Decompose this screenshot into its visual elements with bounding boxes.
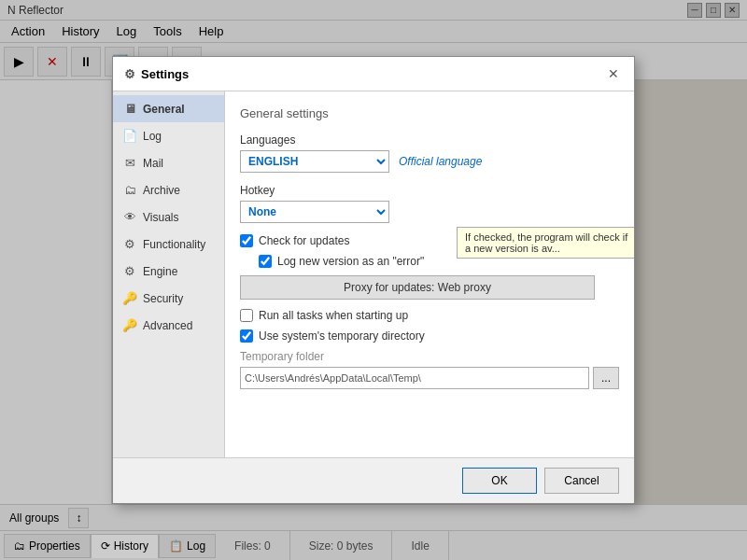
nav-item-archive[interactable]: 🗂 Archive (113, 176, 224, 203)
check-updates-checkbox[interactable] (240, 234, 253, 247)
visuals-icon: 👁 (122, 210, 137, 224)
archive-icon: 🗂 (122, 183, 137, 197)
nav-label-log: Log (143, 130, 162, 143)
log-error-checkbox[interactable] (259, 255, 272, 268)
security-icon: 🔑 (122, 291, 137, 305)
dialog-close-button[interactable]: ✕ (604, 64, 623, 83)
advanced-icon: 🔑 (122, 318, 137, 332)
log-nav-icon: 📄 (122, 129, 137, 143)
dialog-title: Settings (141, 67, 189, 81)
settings-content: General settings Languages ENGLISH Offic… (225, 91, 634, 457)
use-temp-dir-row: Use system's temporary directory (240, 329, 619, 343)
section-title: General settings (240, 106, 619, 120)
official-badge: Official language (399, 155, 482, 168)
nav-label-visuals: Visuals (143, 211, 178, 224)
hotkey-select[interactable]: None (240, 201, 389, 223)
functionality-icon: ⚙ (122, 237, 137, 251)
nav-label-security: Security (143, 292, 183, 305)
temp-folder-input[interactable] (240, 367, 589, 389)
settings-nav: 🖥 General 📄 Log ✉ Mail 🗂 Archive 👁 (113, 91, 225, 457)
languages-group: Languages ENGLISH Official language (240, 133, 619, 173)
dialog-title-bar: ⚙ Settings ✕ (113, 57, 634, 91)
tooltip-text: If checked, the program will check if a … (465, 231, 627, 254)
proxy-button[interactable]: Proxy for updates: Web proxy (240, 275, 595, 300)
log-error-label: Log new version as an "error" (277, 255, 424, 268)
nav-item-functionality[interactable]: ⚙ Functionality (113, 231, 224, 258)
settings-icon: ⚙ (124, 67, 135, 81)
folder-browse-button[interactable]: ... (593, 367, 619, 389)
nav-item-engine[interactable]: ⚙ Engine (113, 258, 224, 285)
cancel-button[interactable]: Cancel (544, 468, 619, 494)
nav-label-engine: Engine (143, 265, 177, 278)
settings-dialog: ⚙ Settings ✕ 🖥 General 📄 Log ✉ Mail (112, 56, 635, 504)
nav-item-security[interactable]: 🔑 Security (113, 285, 224, 312)
hotkey-label: Hotkey (240, 184, 619, 197)
run-tasks-label: Run all tasks when starting up (259, 309, 408, 322)
folder-row: ... (240, 367, 619, 389)
hotkey-group: Hotkey None (240, 184, 619, 223)
check-updates-label: Check for updates (259, 234, 349, 247)
nav-item-advanced[interactable]: 🔑 Advanced (113, 312, 224, 339)
mail-icon: ✉ (122, 156, 137, 170)
nav-label-archive: Archive (143, 184, 180, 197)
nav-label-mail: Mail (143, 157, 163, 170)
nav-label-advanced: Advanced (143, 319, 192, 332)
dialog-title-group: ⚙ Settings (124, 67, 189, 81)
dialog-body: 🖥 General 📄 Log ✉ Mail 🗂 Archive 👁 (113, 91, 634, 457)
run-tasks-row: Run all tasks when starting up (240, 309, 619, 322)
nav-item-visuals[interactable]: 👁 Visuals (113, 203, 224, 231)
nav-item-general[interactable]: 🖥 General (113, 95, 224, 122)
use-temp-dir-checkbox[interactable] (240, 329, 253, 343)
nav-label-functionality: Functionality (143, 238, 205, 251)
temp-folder-group: Temporary folder ... (240, 350, 619, 389)
ok-button[interactable]: OK (462, 468, 537, 494)
dialog-footer: OK Cancel (113, 457, 634, 503)
engine-icon: ⚙ (122, 264, 137, 278)
language-select[interactable]: ENGLISH (240, 150, 389, 173)
tooltip-box: If checked, the program will check if a … (457, 227, 634, 259)
language-row: ENGLISH Official language (240, 150, 619, 173)
use-temp-dir-label: Use system's temporary directory (259, 329, 425, 343)
general-icon: 🖥 (122, 102, 137, 116)
modal-overlay: ⚙ Settings ✕ 🖥 General 📄 Log ✉ Mail (0, 0, 747, 560)
run-tasks-checkbox[interactable] (240, 309, 253, 322)
nav-label-general: General (143, 103, 185, 116)
languages-label: Languages (240, 133, 619, 147)
temp-folder-label: Temporary folder (240, 350, 619, 363)
nav-item-mail[interactable]: ✉ Mail (113, 149, 224, 176)
nav-item-log[interactable]: 📄 Log (113, 122, 224, 149)
